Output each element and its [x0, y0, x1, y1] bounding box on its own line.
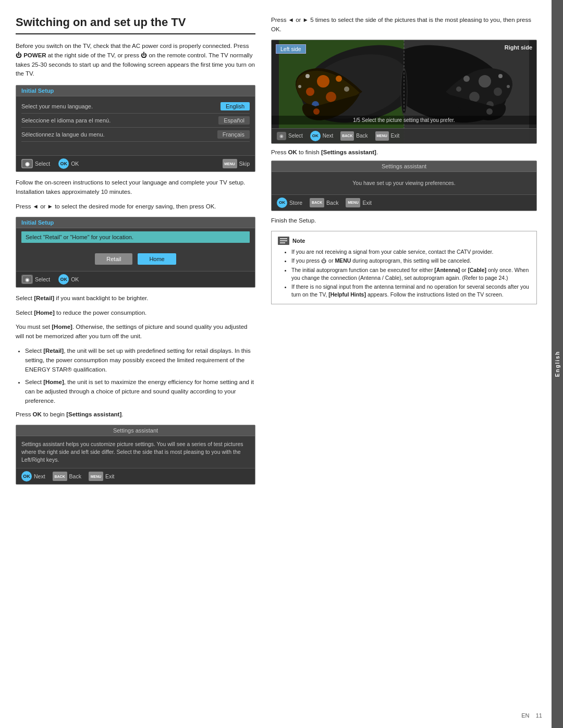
page-title: Switching on and set up the TV: [16, 16, 255, 34]
menu-icon-skip: MENU: [223, 159, 237, 168]
tv-overlay-text: 1/5 Select the picture setting that you …: [272, 116, 536, 125]
press-ok-finish: Press OK to finish [Settings assistant].: [271, 149, 537, 155]
left-column: Switching on and set up the TV Before yo…: [16, 16, 255, 712]
tv-select-icon: ◉: [277, 132, 286, 140]
select-btn-footer: ◉ Select: [21, 159, 50, 168]
select-retail-text: Select [Retail] if you want backlight to…: [16, 294, 255, 303]
tv-back-label: Back: [356, 133, 368, 139]
settings-assistant-screen-1: Settings assistant Settings assistant he…: [16, 425, 255, 485]
press-mode-text: Press ◄ or ► to select the desired mode …: [16, 202, 255, 212]
svg-point-15: [298, 85, 301, 88]
lang-row-english: Select your menu language. English: [21, 100, 250, 114]
svg-point-22: [494, 88, 502, 96]
press-select-text: Press ◄ or ► 5 times to select the side …: [271, 16, 537, 34]
espanol-btn[interactable]: Español: [218, 116, 250, 125]
home-btn[interactable]: Home: [138, 253, 176, 265]
svg-point-21: [479, 75, 491, 88]
tv-image-container: Left side Right side 1/5 Select the pict…: [271, 40, 537, 144]
next-btn-footer[interactable]: OK Next: [21, 471, 45, 482]
location-highlight: Select "Retail" or "Home" for your locat…: [21, 231, 250, 243]
select-icon-2: ◉: [21, 275, 33, 284]
tv-ok-icon: OK: [310, 131, 321, 141]
note-item-2: If you press ⏻ or MENU during autoprogra…: [291, 257, 530, 265]
lang-label-spanish: Seleccione el idioma para el menú.: [21, 117, 218, 124]
tv-back-btn[interactable]: BACK Back: [340, 131, 368, 141]
press-settings-text: Press OK to begin [Settings assistant].: [16, 410, 255, 419]
select-home-text: Select [Home] to reduce the power consum…: [16, 309, 255, 318]
ok-label-2: OK: [71, 276, 79, 282]
select-btn-footer-2: ◉ Select: [21, 275, 50, 284]
initial-setup-screen-2: Initial Setup Select "Retail" or "Home" …: [16, 217, 255, 288]
svg-point-12: [326, 92, 336, 102]
back-label-2: Back: [326, 200, 338, 206]
screen2-footer: ◉ Select OK OK: [16, 271, 255, 287]
select-label: Select: [35, 161, 50, 167]
screen1-body: Select your menu language. English Selec…: [16, 96, 255, 155]
svg-point-14: [305, 74, 310, 78]
note-box: Note If you are not receiving a signal f…: [271, 231, 537, 305]
side-tab: English: [552, 0, 563, 728]
screen2-title: Initial Setup: [16, 217, 255, 228]
ok-btn-footer[interactable]: OK OK: [58, 158, 79, 169]
back-btn-footer-1[interactable]: BACK Back: [53, 472, 81, 481]
must-set-text: You must set [Home]. Otherwise, the sett…: [16, 323, 255, 341]
svg-point-26: [507, 85, 510, 88]
exit-btn-footer-2[interactable]: MENU Exit: [346, 198, 372, 207]
retail-btn[interactable]: Retail: [95, 253, 132, 265]
ok-circle-store: OK: [277, 198, 287, 208]
settings-body-1: Settings assistant helps you customize p…: [16, 436, 255, 468]
svg-text:◉: ◉: [25, 161, 30, 167]
initial-setup-screen-1: Initial Setup Select your menu language.…: [16, 85, 255, 172]
store-label: Store: [289, 200, 302, 206]
side-tab-label: English: [555, 351, 560, 377]
next-label: Next: [34, 473, 45, 479]
svg-point-10: [317, 75, 329, 88]
exit-btn-footer-1[interactable]: MENU Exit: [89, 472, 115, 481]
svg-point-11: [306, 88, 314, 96]
settings-title-1: Settings assistant: [16, 425, 255, 436]
page-footer: EN 11: [521, 712, 542, 719]
finish-text: Finish the Setup.: [271, 216, 537, 226]
lang-row-french: Sélectionnez la langue du menu. Français: [21, 128, 250, 142]
francais-btn[interactable]: Français: [217, 130, 250, 139]
settings-footer-1: OK Next BACK Back MENU Exit: [16, 468, 255, 484]
location-buttons: Retail Home: [21, 246, 250, 269]
tv-next-btn[interactable]: OK Next: [310, 131, 334, 141]
back-btn-footer-2[interactable]: BACK Back: [310, 198, 338, 207]
english-btn[interactable]: English: [221, 102, 250, 110]
tv-right-label: Right side: [505, 44, 532, 51]
svg-point-27: [456, 87, 461, 92]
note-header: Note: [278, 237, 530, 245]
screen1-footer: ◉ Select OK OK MENU Skip: [16, 155, 255, 171]
select-label-2: Select: [35, 276, 50, 282]
tv-left-label: Left side: [276, 44, 306, 54]
ok-circle-icon: OK: [58, 158, 69, 169]
svg-text:◉: ◉: [25, 277, 30, 282]
note-icon: [278, 237, 289, 245]
skip-label: Skip: [239, 161, 250, 167]
exit-label-1: Exit: [105, 473, 115, 479]
ok-circle-icon-2: OK: [58, 274, 69, 285]
back-icon-1: BACK: [53, 472, 67, 481]
ok-btn-footer-2[interactable]: OK OK: [58, 274, 79, 285]
tv-footer: ◉ Select OK Next BACK Back MENU Exit: [272, 128, 536, 143]
skip-btn-footer[interactable]: MENU Skip: [223, 159, 250, 168]
note-title: Note: [292, 237, 305, 245]
tv-exit-btn[interactable]: MENU Exit: [375, 131, 400, 141]
back-icon-2: BACK: [310, 198, 324, 207]
lang-label-english: Select your menu language.: [21, 103, 221, 109]
svg-point-24: [463, 76, 470, 82]
screen1-title: Initial Setup: [16, 85, 255, 96]
tv-select-btn: ◉ Select: [277, 132, 303, 140]
settings-footer-2: OK Store BACK Back MENU Exit: [272, 194, 536, 211]
tv-next-label: Next: [323, 133, 334, 139]
tv-select-label: Select: [288, 133, 303, 139]
lang-label-french: Sélectionnez la langue du menu.: [21, 131, 217, 138]
note-item-4: If there is no signal input from the ant…: [291, 283, 530, 299]
tv-back-icon: BACK: [340, 131, 354, 141]
svg-point-19: [313, 108, 320, 115]
follow-text: Follow the on-screen instructions to sel…: [16, 178, 255, 197]
store-btn-footer[interactable]: OK Store: [277, 198, 302, 208]
svg-point-16: [344, 87, 349, 92]
en-label: EN: [521, 712, 529, 719]
